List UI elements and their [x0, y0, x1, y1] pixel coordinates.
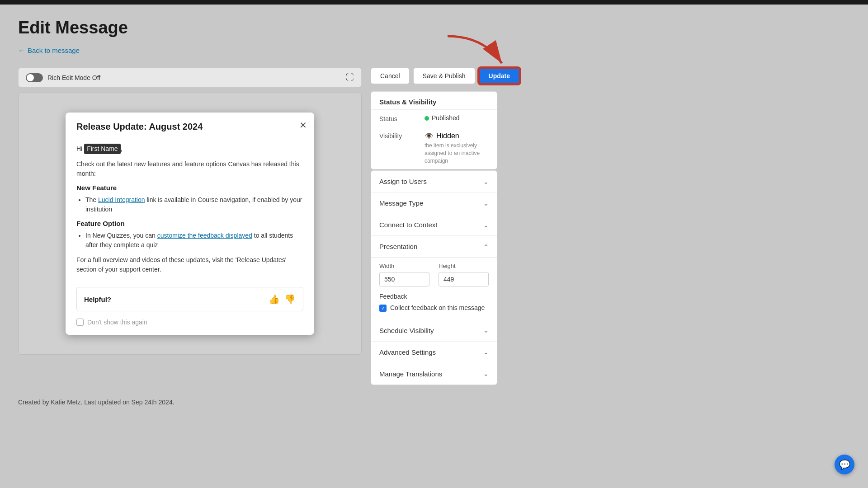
feature-option-item-1: In New Quizzes, you can customize the fe…	[85, 231, 303, 250]
rich-edit-toggle[interactable]: Rich Edit Mode Off ⛶	[18, 68, 362, 87]
sidebar: Status & Visibility Status Published Vis…	[371, 91, 497, 385]
feedback-section: Feedback ✓ Collect feedback on this mess…	[379, 293, 489, 313]
chat-icon: 💬	[839, 459, 850, 470]
top-bar	[0, 0, 868, 5]
width-input[interactable]	[379, 272, 429, 286]
toggle-knob	[27, 74, 34, 81]
connect-to-context-section[interactable]: Connect to Context ⌄	[371, 214, 497, 236]
footer-text: Created by Katie Metz. Last updated on S…	[18, 399, 850, 406]
message-type-section[interactable]: Message Type ⌄	[371, 192, 497, 214]
presentation-label: Presentation	[379, 243, 417, 250]
feedback-checkbox-label: Collect feedback on this message	[390, 304, 485, 313]
schedule-visibility-section[interactable]: Schedule Visibility ⌄	[371, 320, 497, 342]
rich-edit-label: Rich Edit Mode Off	[47, 74, 100, 81]
thumbs-up-button[interactable]: 👍	[269, 294, 280, 305]
dont-show-checkbox[interactable]	[76, 319, 84, 326]
message-type-chevron: ⌄	[483, 200, 489, 207]
height-label: Height	[439, 263, 489, 269]
feedback-title: Feedback	[379, 293, 489, 300]
status-visibility-panel: Status & Visibility Status Published Vis…	[371, 91, 497, 169]
customize-feedback-link[interactable]: customize the feedback displayed	[157, 232, 252, 239]
assign-to-users-chevron: ⌄	[483, 178, 489, 185]
expand-icon[interactable]: ⛶	[346, 73, 354, 82]
message-type-label: Message Type	[379, 199, 423, 207]
dont-show-label: Don't show this again	[87, 319, 147, 326]
helpful-actions: 👍 👎	[269, 294, 296, 305]
first-name-badge: First Name	[84, 144, 120, 154]
modal-greeting: Hi First Name,	[76, 144, 303, 154]
advanced-settings-chevron: ⌄	[483, 348, 489, 356]
height-input[interactable]	[439, 272, 489, 286]
new-feature-heading: New Feature	[76, 184, 303, 192]
width-group: Width	[379, 263, 429, 286]
back-link-label: Back to message	[28, 47, 80, 54]
modal-title: Release Update: August 2024	[76, 122, 303, 132]
message-modal: ✕ Release Update: August 2024 Hi First N…	[66, 113, 314, 335]
thumbs-down-button[interactable]: 👎	[284, 294, 296, 305]
sidebar-sections: Assign to Users ⌄ Message Type ⌄ Connect…	[371, 170, 497, 385]
schedule-visibility-label: Schedule Visibility	[379, 327, 434, 334]
visibility-col: 👁️ Hidden the item is exclusively assign…	[425, 131, 489, 164]
advanced-settings-section[interactable]: Advanced Settings ⌄	[371, 342, 497, 363]
connect-to-context-chevron: ⌄	[483, 221, 489, 229]
checkmark-icon: ✓	[381, 305, 385, 311]
page-title: Edit Message	[18, 18, 850, 38]
feature-option-heading: Feature Option	[76, 220, 303, 227]
visibility-note: the item is exclusively assigned to an i…	[425, 142, 489, 164]
new-feature-item-1: The Lucid Integration link is available …	[85, 195, 303, 214]
lucid-integration-link[interactable]: Lucid Integration	[98, 196, 145, 203]
modal-intro: Check out the latest new features and fe…	[76, 160, 303, 178]
height-group: Height	[439, 263, 489, 286]
presentation-chevron[interactable]: ⌄	[483, 243, 489, 250]
presentation-content: Width Height Feedback	[371, 258, 497, 320]
presentation-header[interactable]: Presentation ⌄	[371, 236, 497, 258]
feature-option-list: In New Quizzes, you can customize the fe…	[85, 231, 303, 250]
status-visibility-title: Status & Visibility	[371, 92, 497, 110]
status-text: Published	[432, 114, 460, 122]
editor-panel: Rich Edit Mode Off ⛶ ✕ Release Update: A…	[18, 68, 362, 355]
assign-to-users-section[interactable]: Assign to Users ⌄	[371, 171, 497, 192]
new-feature-list: The Lucid Integration link is available …	[85, 195, 303, 214]
action-buttons: Cancel Save & Publish Update	[371, 68, 520, 84]
helpful-section: Helpful? 👍 👎	[76, 287, 303, 311]
back-to-message-link[interactable]: ← Back to message	[18, 47, 850, 54]
visibility-row: Visibility 👁️ Hidden the item is exclusi…	[371, 127, 497, 169]
assign-to-users-label: Assign to Users	[379, 178, 427, 185]
width-label: Width	[379, 263, 429, 269]
helpful-label: Helpful?	[84, 296, 111, 303]
sidebar-wrapper: Cancel Save & Publish Update Status & Vi…	[371, 68, 520, 385]
status-row: Status Published	[371, 110, 497, 127]
schedule-visibility-chevron: ⌄	[483, 327, 489, 334]
modal-close-button[interactable]: ✕	[299, 120, 307, 131]
status-value: Published	[425, 114, 460, 122]
published-dot	[425, 116, 429, 121]
manage-translations-chevron: ⌄	[483, 370, 489, 377]
presentation-section: Presentation ⌄ Width	[371, 236, 497, 320]
advanced-settings-label: Advanced Settings	[379, 348, 436, 356]
hidden-eye-icon: 👁️	[425, 131, 434, 140]
back-arrow-icon: ←	[18, 47, 25, 54]
update-button[interactable]: Update	[479, 68, 520, 84]
modal-footer-text: For a full overview and videos of these …	[76, 255, 303, 274]
visibility-label: Visibility	[379, 131, 415, 140]
manage-translations-label: Manage Translations	[379, 370, 442, 378]
feedback-checkbox[interactable]: ✓	[379, 305, 387, 312]
dont-show-section: Don't show this again	[76, 319, 303, 326]
manage-translations-section[interactable]: Manage Translations ⌄	[371, 363, 497, 385]
chat-button[interactable]: 💬	[835, 455, 854, 474]
feedback-checkbox-row: ✓ Collect feedback on this message	[379, 304, 489, 313]
toggle-switch[interactable]	[26, 73, 43, 82]
connect-to-context-label: Connect to Context	[379, 221, 437, 229]
dimension-row: Width Height	[379, 263, 489, 286]
status-label: Status	[379, 114, 415, 122]
save-publish-button[interactable]: Save & Publish	[413, 68, 475, 84]
visibility-text: Hidden	[436, 132, 459, 140]
cancel-button[interactable]: Cancel	[371, 68, 410, 84]
preview-area: ✕ Release Update: August 2024 Hi First N…	[18, 93, 362, 355]
